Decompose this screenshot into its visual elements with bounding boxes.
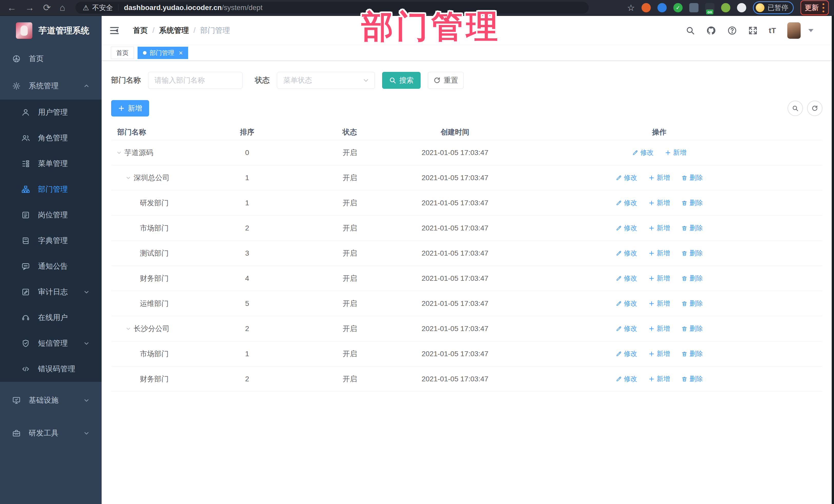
edit-link[interactable]: 修改 [616,299,637,308]
browser-menu-icon[interactable]: ••• [822,2,825,13]
edit-link[interactable]: 修改 [616,374,637,384]
created-cell: 2021-01-05 17:03:47 [414,249,496,257]
delete-link[interactable]: 删除 [681,249,703,258]
table-row: 芋道源码0开启2021-01-05 17:03:47修改新增 [111,140,822,165]
profile-avatar-emoji [756,3,765,12]
delete-link[interactable]: 删除 [681,198,703,207]
tab-dept[interactable]: 部门管理 × [137,47,188,59]
question-icon[interactable] [727,26,737,36]
reset-button-label: 重置 [444,75,458,85]
sidebar-logo-row[interactable]: 芋道管理系统 [0,16,102,45]
fullscreen-icon[interactable] [748,26,758,35]
expand-caret-icon[interactable] [126,326,131,332]
sidebar-item-14[interactable]: 研发工具 [0,419,102,447]
sidebar-item-3[interactable]: 角色管理 [0,125,102,151]
back-arrow-icon[interactable]: ← [7,3,17,12]
sidebar-item-4[interactable]: 菜单管理 [0,151,102,177]
edit-link[interactable]: 修改 [616,173,637,182]
add-child-link[interactable]: 新增 [649,324,670,333]
add-button[interactable]: 新增 [111,100,149,116]
breadcrumb-home[interactable]: 首页 [133,25,148,36]
sidebar-item-9[interactable]: 审计日志 [0,279,102,305]
breadcrumb-system[interactable]: 系统管理 [159,25,189,36]
reset-button[interactable]: 重置 [428,72,464,89]
status-cell: 开启 [286,324,414,334]
add-child-link[interactable]: 新增 [649,173,670,182]
edit-link[interactable]: 修改 [616,198,637,207]
edit-link[interactable]: 修改 [616,274,637,283]
puzzle-extension-icon[interactable] [737,3,746,12]
search-icon[interactable] [686,26,695,35]
address-bar[interactable]: ⚠ 不安全 dashboard.yudao.iocoder.cn /system… [75,2,589,14]
add-child-link[interactable]: 新增 [649,223,670,233]
grid-extension-icon[interactable] [689,3,699,12]
tab-close-icon[interactable]: × [179,49,183,57]
sidebar-item-1[interactable]: 系统管理 [0,72,102,100]
delete-link[interactable]: 删除 [681,173,703,182]
sidebar-item-11[interactable]: 短信管理 [0,330,102,356]
sidebar-item-6[interactable]: 岗位管理 [0,202,102,228]
breadcrumb: 首页 / 系统管理 / 部门管理 [133,25,230,36]
forward-arrow-icon[interactable]: → [25,3,35,12]
sidebar-item-7[interactable]: 字典管理 [0,228,102,254]
delete-link[interactable]: 删除 [681,299,703,308]
add-child-link[interactable]: 新增 [649,249,670,258]
show-search-icon-button[interactable] [788,101,803,116]
profile-paused-badge[interactable]: 已暂停 [753,1,794,14]
add-child-link[interactable]: 新增 [649,274,670,283]
sidebar-item-8[interactable]: 通知公告 [0,254,102,279]
created-cell: 2021-01-05 17:03:47 [414,224,496,232]
edit-link[interactable]: 修改 [616,223,637,233]
dept-name-input[interactable] [148,72,242,89]
expand-caret-icon[interactable] [116,150,122,155]
caret-down-icon[interactable] [808,29,813,32]
dept-name-cell: 研发部门 [111,198,208,208]
scrollbar[interactable] [832,16,834,504]
expand-caret-icon[interactable] [126,175,131,181]
sidebar-item-12[interactable]: 错误码管理 [0,356,102,382]
table-row: 运维部门5开启2021-01-05 17:03:47修改新增删除 [111,291,822,316]
green-check-extension-icon[interactable]: ✓ [673,3,683,12]
search-button[interactable]: 搜索 [382,72,421,89]
hamburger-icon[interactable] [109,25,119,36]
list-extension-icon[interactable]: on [705,3,715,12]
chevron-down-icon [83,340,90,347]
browser-update-button[interactable]: 更新 ••• [800,0,829,15]
add-child-link[interactable]: 新增 [649,299,670,308]
col-header-created: 创建时间 [414,127,496,137]
sidebar-item-5[interactable]: 部门管理 [0,177,102,202]
green-person-extension-icon[interactable] [721,3,730,12]
add-child-link[interactable]: 新增 [649,374,670,384]
edit-link[interactable]: 修改 [632,148,654,157]
blue-drop-extension-icon[interactable] [657,3,667,12]
status-select-placeholder: 菜单状态 [283,75,312,85]
add-child-link[interactable]: 新增 [649,198,670,207]
delete-link[interactable]: 删除 [681,274,703,283]
edit-link[interactable]: 修改 [616,324,637,333]
bookmark-star-icon[interactable]: ☆ [627,3,635,13]
order-cell: 1 [208,174,286,182]
delete-link[interactable]: 删除 [681,324,703,333]
sidebar-item-10[interactable]: 在线用户 [0,305,102,330]
add-child-link[interactable]: 新增 [665,148,686,157]
delete-link[interactable]: 删除 [681,374,703,384]
refresh-icon-button[interactable] [807,101,822,116]
github-icon[interactable] [706,26,716,36]
sidebar-item-0[interactable]: 首页 [0,45,102,72]
font-size-icon[interactable]: tT [769,26,776,35]
sidebar-item-13[interactable]: 基础设施 [0,386,102,415]
avatar[interactable] [787,22,800,39]
tab-home[interactable]: 首页 [111,47,134,59]
table-body: 芋道源码0开启2021-01-05 17:03:47修改新增深圳总公司1开启20… [111,140,822,392]
edit-link[interactable]: 修改 [616,349,637,358]
delete-link[interactable]: 删除 [681,223,703,233]
delete-link[interactable]: 删除 [681,349,703,358]
not-secure-label: 不安全 [92,3,113,12]
home-icon[interactable]: ⌂ [60,3,65,12]
sidebar-item-2[interactable]: 用户管理 [0,100,102,125]
orange-gear-extension-icon[interactable] [641,3,651,12]
reload-icon[interactable]: ⟳ [43,3,51,12]
edit-link[interactable]: 修改 [616,249,637,258]
status-select[interactable]: 菜单状态 [277,72,375,89]
add-child-link[interactable]: 新增 [649,349,670,358]
